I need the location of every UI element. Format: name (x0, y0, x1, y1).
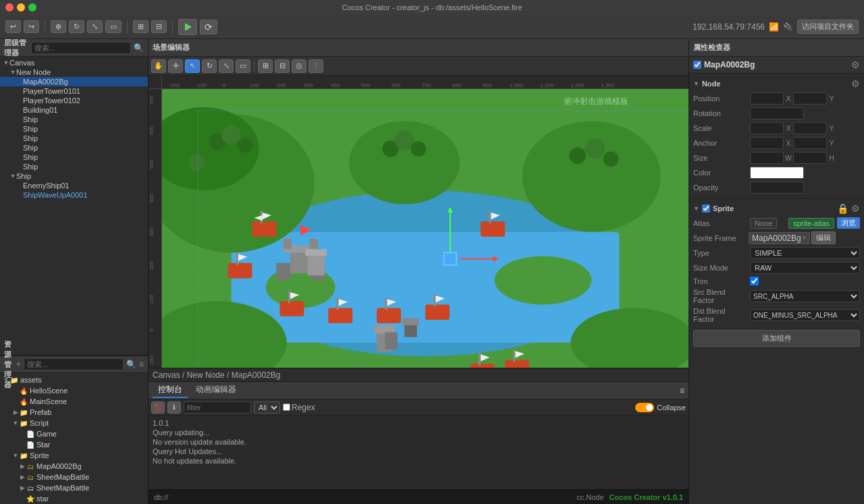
tree-item-ship3[interactable]: Ship (0, 134, 148, 143)
regex-checkbox[interactable] (283, 403, 290, 411)
component-checkbox[interactable] (693, 61, 701, 69)
undo-button[interactable]: ↩ (5, 20, 21, 33)
scale-button[interactable]: ⤡ (87, 20, 103, 33)
filter-type-select[interactable]: All (254, 401, 280, 414)
close-button[interactable] (5, 3, 14, 11)
asset-item-helloscene[interactable]: 🔥 HelloScene (0, 385, 148, 396)
play-button[interactable] (178, 19, 197, 35)
tree-item-enemyship01[interactable]: EnemyShip01 (0, 181, 148, 190)
component-gear-button[interactable]: ⚙ (851, 59, 860, 70)
sprite-lock-button[interactable]: 🔒 (837, 203, 848, 214)
tree-item-ship-parent[interactable]: ▼ Ship (0, 171, 148, 181)
tree-item-canvas[interactable]: ▼ Canvas (0, 58, 148, 67)
console-filter-input[interactable] (184, 401, 251, 414)
size-w-input[interactable]: 1600 (750, 152, 784, 164)
position-y-input[interactable]: 0 (793, 92, 827, 105)
align-button[interactable]: ⊟ (151, 20, 167, 33)
tree-item-building01[interactable]: Building01 (0, 105, 148, 115)
asset-item-game[interactable]: 📄 Game (0, 428, 148, 439)
node-gear-button[interactable]: ⚙ (851, 78, 860, 89)
regex-label[interactable]: Regex (283, 403, 315, 412)
asset-item-mapa0002bg-s[interactable]: ▶ 🗂 MapA0002Bg (0, 461, 148, 472)
hierarchy-content[interactable]: ▼ Canvas ▼ New Node MapA0002Bg PlayerTow… (0, 57, 148, 355)
sprite-checkbox[interactable] (702, 204, 710, 213)
window-buttons[interactable] (5, 3, 36, 11)
asset-item-sheetmapbattle1[interactable]: ▶ 🗂 SheetMapBattle (0, 472, 148, 482)
tree-item-ship1[interactable]: Ship (0, 115, 148, 124)
sprite-frame-edit-button[interactable]: 编辑 (811, 231, 836, 244)
info-button[interactable]: ℹ (167, 401, 181, 414)
hierarchy-search-button[interactable]: 🔍 (134, 43, 144, 53)
opacity-input[interactable]: 255 (750, 181, 804, 194)
node-section-header[interactable]: ▼ Node ⚙ (689, 76, 864, 91)
position-x-input[interactable]: 0 (750, 92, 784, 105)
asset-item-script[interactable]: ▼ 📁 Script (0, 418, 148, 428)
tree-item-new-node[interactable]: ▼ New Node (0, 67, 148, 77)
asset-item-star[interactable]: 📄 Star (0, 439, 148, 450)
tree-item-ship4[interactable]: Ship (0, 143, 148, 152)
assets-menu-button[interactable]: ≡ (139, 360, 144, 369)
anchor-y-input[interactable]: 0.5 (793, 137, 827, 149)
clear-console-button[interactable]: 🚫 (151, 401, 165, 414)
sprite-frame-remove-button[interactable]: × (803, 234, 807, 242)
sprite-label: Sprite (30, 451, 49, 459)
tree-item-ship5[interactable]: Ship (0, 152, 148, 162)
gizmo-btn[interactable]: ◎ (292, 59, 306, 73)
redo-button[interactable]: ↪ (24, 20, 39, 33)
maximize-button[interactable] (28, 3, 36, 11)
hand-tool[interactable]: ✋ (151, 59, 166, 73)
select-tool[interactable]: ↖ (185, 59, 200, 73)
snap-btn[interactable]: ⊞ (258, 59, 273, 73)
tree-item-playertower0102[interactable]: PlayerTower0102 (0, 96, 148, 105)
scene-viewport[interactable]: 俯冲射击游戏模板 (162, 89, 688, 368)
assets-content[interactable]: ▼ 📁 assets 🔥 HelloScene 🔥 MainScene (0, 373, 148, 504)
more-btn[interactable]: ⋮ (308, 59, 323, 73)
tree-item-mapa0002bg[interactable]: MapA0002Bg (0, 77, 148, 86)
grid-btn[interactable]: ⊟ (275, 59, 290, 73)
scale-x-input[interactable]: 1 (750, 122, 784, 134)
scale-y-input[interactable]: 1 (793, 122, 827, 134)
refresh-button[interactable]: ⟳ (200, 20, 217, 34)
move-button[interactable]: ⊕ (51, 20, 66, 33)
sprite-gear-button[interactable]: ⚙ (851, 203, 860, 214)
asset-item-sprite[interactable]: ▼ 📁 Sprite (0, 450, 148, 461)
color-swatch[interactable] (750, 167, 804, 179)
tree-item-shipwaveup[interactable]: ShipWaveUpA0001 (0, 190, 148, 200)
asset-item-prefab[interactable]: ▶ 📁 Prefab (0, 407, 148, 418)
scene-canvas[interactable]: -200 -100 0 100 200 300 400 500 600 700 … (148, 76, 688, 368)
collapse-toggle[interactable] (635, 403, 654, 412)
rect-tool[interactable]: ▭ (236, 59, 250, 73)
asset-item-assets[interactable]: ▼ 📁 assets (0, 374, 148, 385)
animation-editor-tab[interactable]: 动画编辑器 (190, 383, 242, 398)
asset-item-star-sprite[interactable]: ⭐ star (0, 493, 148, 504)
atlas-browse-button[interactable]: 浏览 (837, 217, 860, 229)
move-tool[interactable]: ✛ (168, 59, 183, 73)
rotate-button[interactable]: ↻ (69, 20, 84, 33)
src-blend-select[interactable]: SRC_ALPHA ONE ZERO (750, 290, 860, 302)
assets-search[interactable] (24, 358, 124, 370)
rotate-tool[interactable]: ↻ (202, 59, 217, 73)
tree-item-ship2[interactable]: Ship (0, 124, 148, 134)
tree-item-ship6[interactable]: Ship (0, 162, 148, 171)
dst-blend-select[interactable]: ONE_MINUS_SRC_ALPHA ONE ZERO (750, 309, 860, 321)
rotation-input[interactable]: 0 (750, 107, 804, 119)
anchor-x-input[interactable]: 0.5 (750, 137, 784, 149)
console-tab[interactable]: 控制台 (153, 383, 188, 398)
scale-tool[interactable]: ⤡ (219, 59, 234, 73)
size-h-input[interactable]: 1000 (793, 152, 827, 164)
visit-project-button[interactable]: 访问项目文件夹 (797, 20, 859, 34)
add-component-button[interactable]: 添加组件 (693, 330, 860, 347)
asset-item-mainscene[interactable]: 🔥 MainScene (0, 396, 148, 407)
tree-item-playertower0101[interactable]: PlayerTower0101 (0, 86, 148, 96)
hierarchy-search[interactable] (31, 42, 131, 54)
type-select[interactable]: SIMPLE SLICED TILED FILLED (750, 247, 860, 259)
asset-item-sheetmapbattle2[interactable]: ▶ 🗂 SheetMapBattle (0, 482, 148, 493)
assets-search-button[interactable]: 🔍 (126, 360, 136, 369)
add-asset-button[interactable]: + (16, 360, 21, 369)
console-menu[interactable]: ≡ (680, 386, 684, 395)
size-mode-select[interactable]: RAW TRIMMED CUSTOM (750, 262, 860, 274)
rect-button[interactable]: ▭ (105, 20, 122, 33)
trim-checkbox[interactable] (750, 277, 759, 285)
minimize-button[interactable] (17, 3, 25, 11)
layout-button[interactable]: ⊞ (133, 20, 148, 33)
